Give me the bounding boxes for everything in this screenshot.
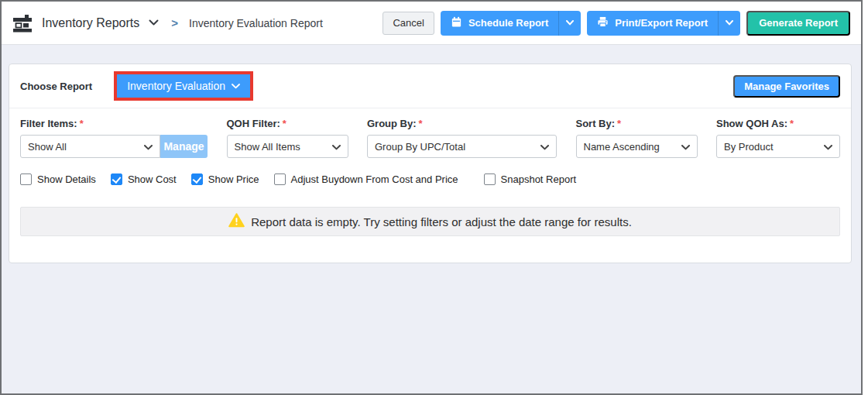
filter-items-value: Show All	[28, 141, 67, 153]
qoh-filter-group: QOH Filter:* Show All Items	[227, 118, 348, 158]
top-header-bar: Inventory Reports > Inventory Evaluation…	[2, 2, 861, 45]
schedule-report-button[interactable]: Schedule Report	[441, 11, 581, 36]
checkbox-box[interactable]	[111, 173, 122, 185]
choose-report-label: Choose Report	[20, 81, 92, 92]
qoh-filter-select[interactable]: Show All Items	[227, 135, 348, 158]
manage-favorites-button[interactable]: Manage Favorites	[733, 75, 840, 98]
chevron-down-icon	[540, 141, 549, 153]
adjust-buydown-checkbox[interactable]: Adjust Buydown From Cost and Price	[274, 173, 458, 185]
chevron-down-icon	[232, 84, 240, 89]
options-checkbox-row: Show Details Show Cost Show Price Adjust…	[20, 173, 840, 185]
show-qoh-as-select[interactable]: By Product	[716, 135, 840, 158]
generate-report-button[interactable]: Generate Report	[746, 11, 850, 36]
manage-filter-button[interactable]: Manage	[160, 135, 208, 158]
chevron-down-icon	[332, 141, 341, 153]
group-by-group: Group By:* Group By UPC/Total	[367, 118, 557, 158]
sort-by-group: Sort By:* Name Ascending	[576, 118, 698, 158]
chevron-down-icon	[681, 141, 690, 153]
filter-items-group: Filter Items:* Show All Manage	[20, 118, 208, 158]
breadcrumb: Inventory Evaluation Report	[189, 17, 323, 29]
filters-row: Filter Items:* Show All Manage QOH Filte…	[9, 108, 851, 158]
snapshot-report-checkbox[interactable]: Snapshot Report	[484, 173, 577, 185]
page-title: Inventory Reports	[42, 16, 139, 30]
chevron-down-icon[interactable]	[149, 19, 159, 26]
checkbox-box[interactable]	[274, 173, 286, 185]
checkbox-box[interactable]	[20, 173, 32, 185]
group-by-select[interactable]: Group By UPC/Total	[367, 135, 557, 158]
chevron-down-icon	[824, 141, 832, 153]
required-asterisk: *	[617, 118, 621, 129]
report-type-value: Inventory Evaluation	[127, 80, 225, 92]
filter-items-label: Filter Items:	[20, 118, 77, 129]
print-export-dropdown-caret[interactable]	[718, 11, 740, 36]
schedule-report-dropdown-caret[interactable]	[558, 11, 581, 36]
red-highlight-annotation: Inventory Evaluation	[114, 71, 253, 101]
schedule-report-main[interactable]: Schedule Report	[441, 11, 558, 36]
sort-by-label: Sort By:	[576, 118, 616, 129]
print-export-main[interactable]: Print/Export Report	[587, 11, 718, 36]
header-actions: Cancel Schedule Report	[383, 11, 850, 36]
print-export-report-button[interactable]: Print/Export Report	[587, 11, 740, 36]
inventory-shelf-icon	[12, 14, 33, 33]
checkbox-label: Snapshot Report	[501, 173, 577, 185]
breadcrumb-separator: >	[171, 16, 178, 29]
checkbox-label: Show Cost	[128, 173, 177, 185]
group-by-label: Group By:	[367, 118, 417, 129]
required-asterisk: *	[283, 118, 286, 129]
required-asterisk: *	[80, 118, 84, 129]
required-asterisk: *	[790, 118, 794, 129]
print-export-label: Print/Export Report	[615, 17, 708, 29]
group-by-value: Group By UPC/Total	[375, 141, 465, 153]
cancel-button[interactable]: Cancel	[383, 12, 434, 35]
show-price-checkbox[interactable]: Show Price	[191, 173, 259, 185]
show-qoh-as-value: By Product	[724, 141, 774, 153]
chevron-down-icon	[144, 141, 153, 153]
show-details-checkbox[interactable]: Show Details	[20, 173, 96, 185]
qoh-filter-label: QOH Filter:	[227, 118, 280, 129]
printer-icon	[597, 16, 609, 30]
sort-by-select[interactable]: Name Ascending	[576, 135, 698, 158]
calendar-icon	[451, 16, 462, 30]
filter-items-select[interactable]: Show All	[20, 135, 160, 158]
alert-message: Report data is empty. Try setting filter…	[251, 215, 632, 228]
sort-by-value: Name Ascending	[584, 141, 660, 153]
show-qoh-as-group: Show QOH As:* By Product	[716, 118, 840, 158]
show-qoh-as-label: Show QOH As:	[716, 118, 787, 129]
app-window: Inventory Reports > Inventory Evaluation…	[0, 0, 863, 395]
report-type-dropdown[interactable]: Inventory Evaluation	[117, 74, 250, 98]
report-panel: Choose Report Inventory Evaluation Manag…	[9, 64, 852, 263]
checkbox-label: Show Price	[208, 173, 259, 185]
checkbox-box[interactable]	[484, 173, 496, 185]
show-cost-checkbox[interactable]: Show Cost	[111, 173, 177, 185]
checkbox-label: Adjust Buydown From Cost and Price	[291, 173, 458, 185]
choose-report-row: Choose Report Inventory Evaluation Manag…	[9, 64, 851, 108]
checkbox-label: Show Details	[37, 173, 96, 185]
checkbox-box[interactable]	[191, 173, 203, 185]
schedule-report-label: Schedule Report	[468, 17, 548, 29]
warning-icon	[228, 213, 245, 231]
empty-report-alert: Report data is empty. Try setting filter…	[20, 207, 840, 236]
qoh-filter-value: Show All Items	[235, 141, 300, 153]
required-asterisk: *	[419, 118, 423, 129]
